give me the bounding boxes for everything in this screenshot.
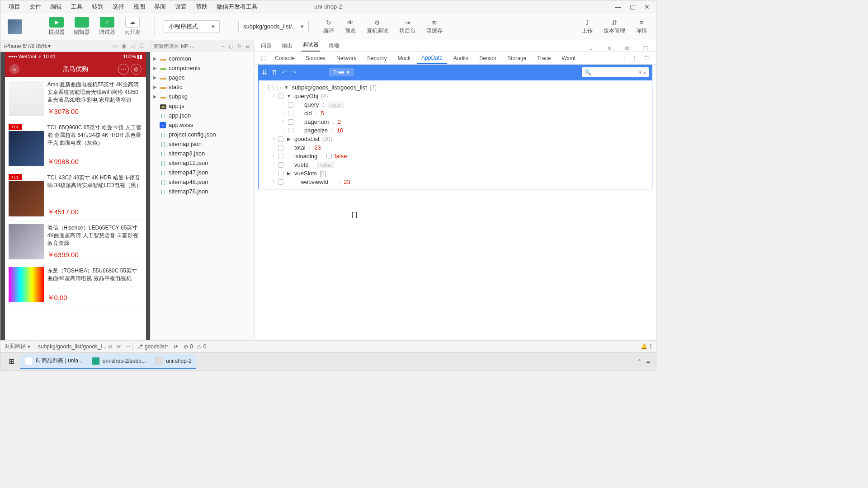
panel-ctrl-icon[interactable]: ✕ [604, 45, 614, 52]
goods-item[interactable]: TCLTCL 65Q960C 65英寸 哈曼卡顿 人工智能 金属超薄 64位34… [5, 120, 146, 170]
folder-static[interactable]: ▶▬static [151, 82, 254, 92]
tool-编译[interactable]: ↻编译 [318, 16, 340, 37]
file-sitemap12.json[interactable]: { }sitemap12.json [151, 158, 254, 168]
search-input[interactable] [584, 68, 638, 76]
view-mode-dropdown[interactable]: Tree▾ [329, 68, 354, 76]
tool-详情[interactable]: ≡详情 [631, 16, 652, 37]
menu-icon[interactable]: ⋯ [118, 64, 129, 75]
refresh-icon[interactable]: ↻ [235, 43, 243, 49]
goods-item[interactable]: TCLTCL 43C2 43英寸 4K·HDR 哈曼卡顿音响 34核超高清安卓智… [5, 170, 146, 221]
json-prop-__webviewId__[interactable]: ⠿__webviewId__ : 23 [259, 178, 652, 186]
tool-上传[interactable]: ⤴上传 [576, 16, 598, 37]
json-prop-isloading[interactable]: ⠿isloading : false [259, 152, 652, 160]
json-prop-vueId[interactable]: ⠿vueId : value [259, 160, 652, 169]
menu-转到[interactable]: 转到 [87, 3, 108, 11]
menu-帮助[interactable]: 帮助 [191, 3, 212, 11]
tool-切后台[interactable]: ⇥切后台 [394, 16, 421, 37]
tool-预览[interactable]: 👁预览 [340, 16, 361, 37]
tool-真机调试[interactable]: ⚙真机调试 [361, 16, 394, 37]
file-app.wxss[interactable]: ≡app.wxss [151, 120, 254, 130]
rotate-icon[interactable]: ▭ [110, 43, 119, 49]
goods-item[interactable]: 海信（Hisense）LED65E7CY 65英寸 4K曲面超高清 人工智慧语音… [5, 221, 146, 263]
menu-项目[interactable]: 项目 [4, 3, 25, 11]
more-icon[interactable]: ⋯ [123, 343, 132, 350]
json-prop-cid[interactable]: ⠿cid : 5 [259, 109, 652, 117]
menu-微信开发者工具[interactable]: 微信开发者工具 [212, 3, 262, 11]
collapse-all-icon[interactable]: ⇈ [272, 69, 277, 76]
devtool-tab-audits[interactable]: Audits [449, 53, 473, 63]
file-app.json[interactable]: { }app.json [151, 111, 254, 120]
maximize-button[interactable]: ▢ [625, 0, 640, 13]
expand-all-icon[interactable]: ⇊ [262, 69, 267, 76]
bell-icon[interactable]: 🔔 [641, 343, 647, 350]
panel-tab-调试器[interactable]: 调试器 [302, 39, 320, 52]
file-sitemap47.json[interactable]: { }sitemap47.json [151, 168, 254, 177]
devtool-tab-mock[interactable]: Mock [393, 53, 415, 63]
system-tray[interactable]: ⌃ ☁ [633, 358, 654, 365]
new-file-icon[interactable]: ＋ [219, 43, 227, 50]
task-6. 商品列表 | unia...[interactable]: 6. 商品列表 | unia... [20, 354, 87, 369]
panel-ctrl-icon[interactable]: ❐ [640, 45, 651, 52]
folder-components[interactable]: ▶▬components [151, 63, 254, 73]
mode-调试器[interactable]: ✓调试器 [94, 15, 120, 38]
menu-文件[interactable]: 文件 [25, 3, 46, 11]
task-uni-shop-2[interactable]: uni-shop-2 [151, 354, 196, 369]
devtool-tab-sources[interactable]: Sources [301, 53, 330, 63]
devtool-tab-storage[interactable]: Storage [503, 53, 531, 63]
devtool-tab-appdata[interactable]: AppData [417, 53, 447, 64]
eye-icon[interactable]: 👁 [114, 343, 123, 350]
json-prop-pagesize[interactable]: ⠿pagesize : 10 [259, 126, 652, 135]
panel-ctrl-icon[interactable]: ⧉ [623, 45, 632, 52]
devtool-tab-wxml[interactable]: Wxml [557, 53, 580, 63]
new-folder-icon[interactable]: ▢ [227, 43, 235, 49]
inspect-icon[interactable]: ⬚ [258, 55, 269, 61]
mode-模拟器[interactable]: ▶模拟器 [44, 15, 69, 38]
devtool-ctrl-icon[interactable]: ⋮ [629, 55, 640, 61]
scheme-dropdown[interactable]: 小程序模式 [164, 20, 220, 33]
task-uni-shop-2/subp...[interactable]: uni-shop-2/subp... [87, 354, 151, 369]
home-icon[interactable]: ⌂ [9, 64, 19, 74]
record-icon[interactable]: ◉ [119, 43, 128, 49]
file-sitemap48.json[interactable]: { }sitemap48.json [151, 177, 254, 187]
avatar[interactable] [8, 19, 22, 34]
copy-icon[interactable]: ⧉ [107, 343, 114, 350]
mode-编辑器[interactable]: 编辑器 [69, 15, 94, 38]
close-button[interactable]: ✕ [640, 0, 654, 13]
goods-list[interactable]: Amoi夏新曲面电视机55英寸 4K全高清安卓系统智能语音无线WiFi网络 48… [5, 77, 146, 340]
file-sitemap.json[interactable]: { }sitemap.json [151, 139, 254, 149]
tray-network-icon[interactable]: ☁ [645, 358, 651, 365]
json-prop-query[interactable]: ⠿query : value [259, 100, 652, 109]
mute-icon[interactable]: ◁ [128, 43, 137, 49]
device-label[interactable]: iPhone 6/7/8 85% [4, 43, 47, 49]
json-prop-total[interactable]: ⠿total : 23 [259, 143, 652, 152]
file-app.js[interactable]: JSapp.js [151, 101, 254, 111]
tray-chevron-icon[interactable]: ⌃ [637, 358, 642, 365]
menu-设置[interactable]: 设置 [170, 3, 191, 11]
json-prop-vueSlots[interactable]: ⠿▶vueSlots [0] [259, 169, 652, 178]
menu-工具[interactable]: 工具 [66, 3, 87, 11]
folder-common[interactable]: ▶▬common [151, 54, 254, 63]
mode-云开发[interactable]: ☁云开发 [120, 15, 145, 38]
panel-tab-输出[interactable]: 输出 [281, 40, 293, 52]
page-dropdown[interactable]: subpkg/goods_list/... [238, 21, 309, 32]
devtool-ctrl-icon[interactable]: ❐ [642, 55, 652, 61]
appdata-tree[interactable]: ⠿{ }▼subpkg/goods_list/goods_list {7}⠿▼q… [258, 80, 652, 189]
collapse-icon[interactable]: ⊟ [243, 43, 251, 49]
devtool-tab-network[interactable]: Network [332, 53, 361, 63]
menu-选择[interactable]: 选择 [108, 3, 129, 11]
folder-subpkg[interactable]: ▶▬subpkg [151, 92, 254, 101]
minimize-button[interactable]: — [611, 0, 625, 13]
redo-icon[interactable]: ↷ [292, 69, 297, 76]
menu-界面[interactable]: 界面 [150, 3, 170, 11]
devtool-tab-console[interactable]: Console [270, 53, 299, 63]
tool-版本管理[interactable]: ⇵版本管理 [598, 16, 631, 37]
goods-item[interactable]: Amoi夏新曲面电视机55英寸 4K全高清安卓系统智能语音无线WiFi网络 48… [5, 77, 146, 120]
json-prop-queryObj[interactable]: ⠿▼queryObj {4} [259, 92, 652, 100]
json-prop-pagenum[interactable]: ⠿pagenum : 2 [259, 117, 652, 126]
devtool-ctrl-icon[interactable]: | [621, 55, 627, 61]
file-sitemap76.json[interactable]: { }sitemap76.json [151, 187, 254, 196]
target-icon[interactable]: ◎ [131, 64, 142, 75]
json-prop-goodsList[interactable]: ⠿▶goodsList [20] [259, 135, 652, 143]
panel-tab-问题[interactable]: 问题 [260, 40, 273, 52]
menu-视图[interactable]: 视图 [129, 3, 150, 11]
